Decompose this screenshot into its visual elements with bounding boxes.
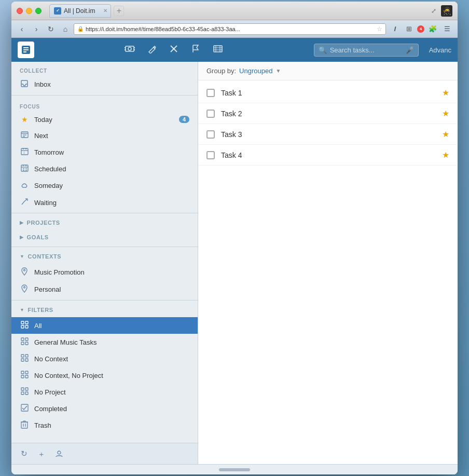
task-star-2[interactable]: ★ bbox=[442, 108, 449, 118]
group-by-dropdown-icon[interactable]: ▼ bbox=[275, 68, 281, 74]
sidebar-item-inbox[interactable]: Inbox bbox=[11, 76, 198, 93]
sidebar-item-no-context-no-project[interactable]: No Context, No Project bbox=[11, 367, 198, 384]
sidebar-item-trash[interactable]: Trash bbox=[11, 417, 198, 434]
tab-favicon: ✓ bbox=[54, 7, 61, 15]
svg-rect-50 bbox=[25, 371, 28, 374]
minimize-button[interactable] bbox=[26, 8, 32, 14]
svg-rect-47 bbox=[21, 359, 24, 361]
svg-rect-12 bbox=[214, 46, 222, 52]
task-checkbox-2[interactable] bbox=[206, 110, 215, 118]
sidebar-bottom-bar: ↻ + bbox=[11, 443, 198, 464]
bookmark-icon[interactable]: ☆ bbox=[377, 25, 382, 33]
extension-badge[interactable]: 4 bbox=[417, 25, 424, 33]
next-label: Next bbox=[34, 132, 189, 140]
restore-icon[interactable]: ⤢ bbox=[429, 6, 438, 16]
today-star-icon: ★ bbox=[20, 115, 29, 124]
focus-section-label: FOCUS bbox=[11, 98, 198, 112]
extension-grid-icon[interactable]: ⊞ bbox=[403, 23, 415, 35]
table-row[interactable]: Task 3 ★ bbox=[198, 124, 458, 145]
extension-avatar: 🥷 bbox=[441, 5, 452, 17]
svg-rect-42 bbox=[25, 338, 28, 341]
user-settings-button[interactable] bbox=[53, 447, 65, 460]
close-button[interactable] bbox=[17, 8, 23, 14]
contexts-section-header[interactable]: CONTEXTS bbox=[11, 249, 198, 264]
extension-puzzle-icon[interactable]: 🧩 bbox=[426, 23, 439, 35]
mic-icon[interactable]: 🎤 bbox=[406, 46, 414, 54]
svg-rect-8 bbox=[134, 49, 135, 50]
sidebar-item-personal[interactable]: Personal bbox=[11, 281, 198, 298]
group-by-value[interactable]: Ungrouped bbox=[239, 67, 272, 75]
svg-rect-56 bbox=[25, 392, 28, 395]
music-promotion-pin-icon bbox=[20, 267, 29, 277]
no-project-label: No Project bbox=[34, 388, 189, 396]
filters-section-header[interactable]: FILTERS bbox=[11, 303, 198, 317]
trash-label: Trash bbox=[34, 421, 189, 429]
sidebar-item-general-music[interactable]: General Music Tasks bbox=[11, 334, 198, 350]
add-item-button[interactable]: + bbox=[35, 447, 48, 460]
sidebar-item-no-project[interactable]: No Project bbox=[11, 384, 198, 400]
refresh-button[interactable]: ↻ bbox=[18, 447, 30, 460]
svg-rect-40 bbox=[25, 325, 28, 328]
task-checkbox-4[interactable] bbox=[206, 151, 215, 159]
sidebar-item-completed[interactable]: Completed bbox=[11, 400, 198, 417]
svg-point-65 bbox=[58, 451, 61, 454]
task-name-1: Task 1 bbox=[221, 89, 436, 97]
flag-icon[interactable] bbox=[191, 44, 200, 56]
table-row[interactable]: Task 1 ★ bbox=[198, 83, 458, 103]
toolbar-icons bbox=[45, 44, 304, 57]
task-star-4[interactable]: ★ bbox=[442, 150, 449, 160]
svg-rect-41 bbox=[21, 338, 24, 341]
today-label: Today bbox=[34, 116, 174, 124]
reload-button[interactable]: ↻ bbox=[45, 23, 57, 35]
edit-icon[interactable] bbox=[147, 44, 157, 56]
sidebar-item-scheduled[interactable]: Scheduled bbox=[11, 160, 198, 177]
task-star-1[interactable]: ★ bbox=[442, 88, 449, 98]
svg-point-9 bbox=[128, 47, 131, 50]
home-button[interactable]: ⌂ bbox=[59, 23, 72, 35]
task-checkbox-1[interactable] bbox=[206, 89, 215, 97]
filters-label: FILTERS bbox=[28, 307, 53, 313]
sidebar-item-someday[interactable]: Someday bbox=[11, 177, 198, 194]
tab-close-button[interactable]: ✕ bbox=[103, 8, 107, 13]
sidebar-item-next[interactable]: Next bbox=[11, 127, 198, 144]
projects-label: PROJECTS bbox=[27, 220, 60, 226]
delete-icon[interactable] bbox=[169, 44, 178, 56]
svg-rect-48 bbox=[25, 359, 28, 361]
sidebar-item-all-filter[interactable]: All bbox=[11, 317, 198, 334]
goals-section-header[interactable]: GOALS bbox=[11, 230, 198, 244]
sidebar-item-tomorrow[interactable]: 1 Tomorrow bbox=[11, 144, 198, 160]
sidebar-item-waiting[interactable]: Waiting bbox=[11, 194, 198, 211]
projects-section-header[interactable]: PROJECTS bbox=[11, 215, 198, 230]
window-controls: ⤢ 🥷 bbox=[429, 5, 452, 17]
task-star-3[interactable]: ★ bbox=[442, 129, 449, 139]
today-badge: 4 bbox=[179, 116, 189, 123]
url-text: https://i.doit.im/home#/time/88ead5b0-6c… bbox=[86, 26, 375, 32]
music-promotion-label: Music Promotion bbox=[34, 268, 189, 276]
table-row[interactable]: Task 2 ★ bbox=[198, 103, 458, 124]
sidebar-item-music-promotion[interactable]: Music Promotion bbox=[11, 264, 198, 281]
forward-button[interactable]: › bbox=[30, 23, 43, 35]
address-bar[interactable]: 🔒 https://i.doit.im/home#/time/88ead5b0-… bbox=[74, 23, 386, 35]
reader-mode-icon[interactable]: 𝙄 bbox=[388, 23, 401, 35]
scroll-indicator bbox=[219, 468, 250, 471]
sidebar-item-no-context[interactable]: No Context bbox=[11, 350, 198, 367]
contexts-chevron-icon bbox=[20, 254, 25, 259]
menu-icon[interactable]: ☰ bbox=[441, 23, 453, 35]
capture-icon[interactable] bbox=[125, 44, 135, 57]
sidebar-item-today[interactable]: ★ Today 4 bbox=[11, 112, 198, 127]
fullscreen-button[interactable] bbox=[35, 8, 42, 14]
search-bar[interactable]: 🔍 🎤 bbox=[314, 44, 419, 57]
completed-label: Completed bbox=[34, 405, 189, 413]
personal-pin-icon bbox=[20, 284, 29, 294]
bookmark-icon[interactable] bbox=[213, 44, 223, 57]
active-tab[interactable]: ✓ All | Doit.im ✕ bbox=[49, 4, 111, 18]
task-checkbox-3[interactable] bbox=[206, 130, 215, 139]
no-context-icon bbox=[20, 354, 29, 363]
someday-label: Someday bbox=[34, 182, 189, 189]
table-row[interactable]: Task 4 ★ bbox=[198, 145, 458, 166]
advanced-button[interactable]: Advanc bbox=[429, 46, 451, 54]
search-input[interactable] bbox=[330, 46, 403, 54]
back-button[interactable]: ‹ bbox=[16, 23, 28, 35]
new-tab-button[interactable]: + bbox=[114, 6, 124, 16]
goals-chevron-icon bbox=[20, 235, 24, 240]
